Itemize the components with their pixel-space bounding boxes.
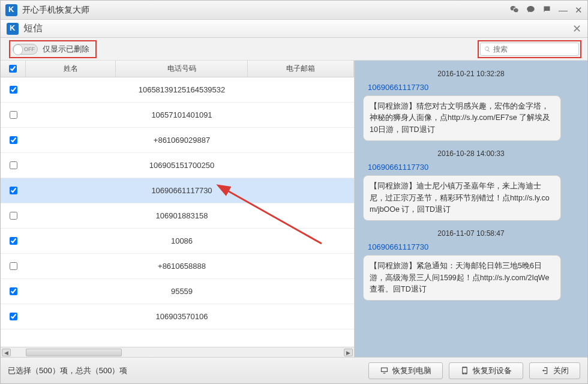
table-row[interactable]: 106905151700250 — [1, 153, 354, 178]
row-checkbox-cell[interactable] — [1, 161, 26, 169]
search-field[interactable] — [480, 43, 579, 56]
row-checkbox-cell[interactable] — [1, 86, 26, 94]
hscroll-left[interactable]: ◀ — [2, 349, 11, 356]
row-checkbox-cell[interactable] — [1, 111, 26, 119]
left-table-panel: 姓名 电话号码 电子邮箱 106581391251645395​32106571… — [1, 61, 355, 357]
message-time: 2016-10-21 10:32:28 — [363, 70, 579, 78]
select-all-checkbox[interactable] — [9, 65, 17, 73]
status-text: 已选择（500）项，总共（500）项 — [8, 365, 362, 376]
minimize-button[interactable]: — — [559, 5, 568, 15]
section-title: 短信 — [23, 22, 572, 35]
row-checkbox[interactable] — [10, 262, 17, 270]
message-group: 2016-10-28 14:00:3310690661117730【同程旅游】迪… — [363, 149, 579, 221]
deleted-only-label: 仅显示已删除 — [43, 44, 89, 55]
row-checkbox-cell[interactable] — [1, 287, 26, 295]
table-body[interactable]: 106581391251645395​3210657101401091+8610… — [1, 77, 354, 347]
message-bubble[interactable]: 【同程旅游】猜您对古文明感兴趣，宏伟的金字塔，神秘的狮身人面像，点http://… — [363, 95, 561, 141]
row-phone: 10657101401091 — [116, 110, 248, 119]
table-header: 姓名 电话号码 电子邮箱 — [1, 61, 354, 77]
close-button[interactable]: ✕ — [575, 5, 583, 16]
message-from: 10690661117730 — [368, 242, 579, 251]
table-row[interactable]: 106901883158 — [1, 203, 354, 229]
table-row[interactable]: 10690661117730 — [1, 178, 354, 203]
titlebar: 开心手机恢复大师 — ✕ — [1, 1, 587, 20]
switch-label: OFF — [24, 46, 35, 52]
row-phone: +8610658888 — [116, 262, 248, 271]
close-button-footer[interactable]: 关闭 — [529, 362, 580, 379]
search-icon — [484, 46, 491, 53]
table-row[interactable]: 95559 — [1, 279, 354, 304]
recover-to-device-button[interactable]: 恢复到设备 — [449, 362, 523, 379]
table-row[interactable]: 10086 — [1, 229, 354, 254]
row-checkbox[interactable] — [10, 136, 17, 144]
chat-icon[interactable] — [526, 5, 535, 16]
message-bubble[interactable]: 【同程旅游】紧急通知：天海邮轮日韩三地5晚6日游，高级海景三人间1599起！点h… — [363, 255, 561, 301]
filter-row: OFF 仅显示已删除 — [1, 38, 587, 61]
row-checkbox-cell[interactable] — [1, 136, 26, 144]
wechat-icon[interactable] — [510, 5, 519, 16]
section-header: 短信 ✕ — [1, 20, 587, 38]
row-checkbox[interactable] — [10, 287, 17, 295]
row-checkbox-cell[interactable] — [1, 212, 26, 220]
header-email[interactable]: 电子邮箱 — [248, 61, 354, 77]
deleted-only-switch[interactable]: OFF — [13, 44, 38, 55]
device-icon — [460, 366, 469, 375]
row-phone: +861069029887 — [116, 136, 248, 145]
recover-to-pc-button[interactable]: 恢复到电脑 — [368, 362, 443, 379]
message-group: 2016-11-07 10:58:4710690661117730【同程旅游】紧… — [363, 229, 579, 301]
row-phone: 10690661117730 — [116, 186, 248, 195]
message-group: 2016-10-21 10:32:2810690661117730【同程旅游】猜… — [363, 70, 579, 141]
row-checkbox[interactable] — [10, 212, 17, 220]
row-phone: 106905151700250 — [116, 161, 248, 170]
footer: 已选择（500）项，总共（500）项 恢复到电脑 恢复到设备 关闭 — [1, 357, 587, 383]
table-row[interactable]: +8610658888 — [1, 254, 354, 279]
message-time: 2016-11-07 10:58:47 — [363, 229, 579, 238]
deleted-filter-box: OFF 仅显示已删除 — [9, 40, 97, 58]
row-checkbox-cell[interactable] — [1, 262, 26, 270]
header-checkbox-cell[interactable] — [1, 61, 26, 77]
message-from: 10690661117730 — [368, 83, 579, 92]
header-phone[interactable]: 电话号码 — [116, 61, 248, 77]
row-checkbox[interactable] — [10, 111, 17, 119]
recover-dev-label: 恢复到设备 — [473, 365, 512, 376]
table-row[interactable]: +861069029887 — [1, 128, 354, 153]
app-title: 开心手机恢复大师 — [22, 5, 510, 16]
search-input[interactable] — [493, 45, 575, 53]
table-row[interactable]: 10657101401091 — [1, 103, 354, 128]
row-phone: 106903570106 — [116, 312, 248, 321]
row-checkbox-cell[interactable] — [1, 313, 26, 320]
message-time: 2016-10-28 14:00:33 — [363, 149, 579, 158]
row-checkbox[interactable] — [10, 161, 17, 169]
row-checkbox-cell[interactable] — [1, 237, 26, 245]
row-checkbox-cell[interactable] — [1, 187, 26, 194]
header-name[interactable]: 姓名 — [26, 61, 116, 77]
feedback-icon[interactable] — [542, 5, 551, 16]
row-checkbox[interactable] — [10, 237, 17, 245]
section-close[interactable]: ✕ — [572, 22, 581, 35]
row-phone: 106581391251645395​32 — [116, 85, 248, 94]
pc-icon — [380, 366, 389, 375]
row-phone: 106901883158 — [116, 211, 248, 220]
h-scrollbar[interactable]: ◀ ▶ — [1, 347, 354, 357]
section-logo — [7, 23, 19, 35]
recover-pc-label: 恢复到电脑 — [392, 365, 431, 376]
row-checkbox[interactable] — [10, 86, 17, 94]
search-box-outline — [478, 40, 581, 58]
row-phone: 10086 — [116, 236, 248, 245]
app-logo — [5, 4, 17, 16]
row-phone: 95559 — [116, 287, 248, 296]
hscroll-right[interactable]: ▶ — [344, 349, 353, 356]
message-bubble[interactable]: 【同程旅游】迪士尼小镇万圣嘉年华，来上海迪士尼，过正宗万圣节，精彩环节别错过！点… — [363, 175, 561, 221]
hscroll-thumb[interactable] — [26, 349, 122, 356]
exit-icon — [541, 366, 550, 375]
message-panel[interactable]: 2016-10-21 10:32:2810690661117730【同程旅游】猜… — [355, 61, 587, 357]
close-label: 关闭 — [553, 365, 569, 376]
table-row[interactable]: 106581391251645395​32 — [1, 77, 354, 103]
row-checkbox[interactable] — [10, 313, 17, 320]
message-from: 10690661117730 — [368, 163, 579, 172]
table-row[interactable]: 106903570106 — [1, 304, 354, 329]
row-checkbox[interactable] — [10, 187, 17, 194]
